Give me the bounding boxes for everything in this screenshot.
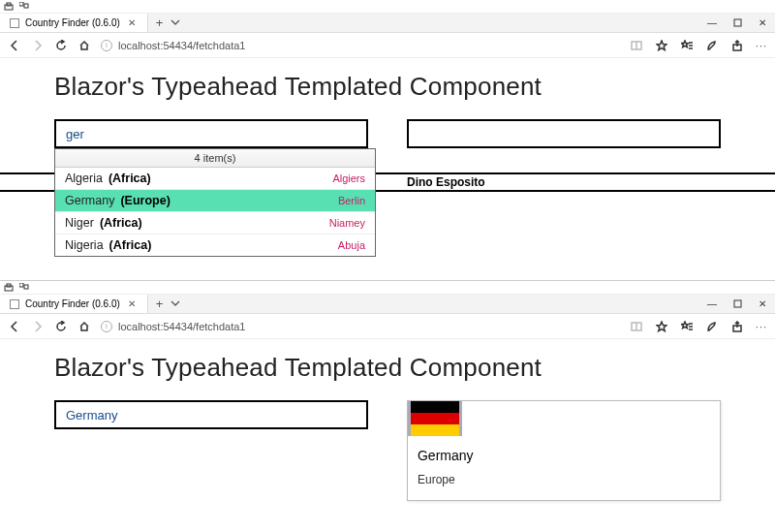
new-tab-button[interactable]: + (156, 16, 164, 30)
svg-rect-14 (24, 285, 28, 289)
window-minimize-button[interactable]: — (699, 14, 725, 32)
item-continent: (Africa) (109, 238, 152, 252)
selection-box-empty[interactable] (407, 119, 721, 148)
dropdown-item[interactable]: Algeria(Africa)Algiers (55, 168, 375, 190)
tab-close-button[interactable]: ✕ (126, 298, 138, 309)
item-capital: Niamey (329, 217, 365, 229)
svg-rect-13 (19, 283, 23, 287)
page-heading: Blazor's Typeahead Templated Component (54, 72, 721, 102)
dropdown-header: 4 item(s) (55, 149, 375, 168)
typeahead-input[interactable] (54, 400, 368, 429)
tab-bar: Country Finder (0.6.0) ✕ + — ✕ (0, 295, 775, 314)
site-info-icon[interactable]: i (101, 40, 112, 51)
favorite-star-icon[interactable] (655, 320, 668, 333)
tab-bar: Country Finder (0.6.0) ✕ + — ✕ (0, 14, 775, 33)
item-continent: (Africa) (108, 172, 151, 185)
window-maximize-button[interactable] (725, 14, 750, 32)
url-field[interactable]: i localhost:54434/fetchdata1 (101, 40, 620, 51)
print-icon[interactable] (4, 2, 14, 12)
tab-title: Country Finder (0.6.0) (25, 298, 120, 309)
os-titlebar (0, 0, 775, 14)
favorites-list-icon[interactable] (680, 39, 694, 52)
typeahead-dropdown: 4 item(s) Algeria(Africa)AlgiersGermany(… (54, 148, 376, 257)
typeahead-component (54, 400, 368, 429)
url-text: localhost:54434/fetchdata1 (118, 321, 246, 332)
page-content-bottom: Blazor's Typeahead Templated Component G… (0, 339, 775, 516)
favicon-icon (10, 299, 19, 309)
flag-germany-icon (408, 401, 462, 436)
address-bar: i localhost:54434/fetchdata1 ··· (0, 33, 775, 58)
back-button[interactable] (8, 320, 21, 333)
svg-rect-4 (734, 19, 741, 26)
svg-rect-2 (19, 2, 23, 6)
home-button[interactable] (78, 39, 91, 52)
item-capital: Abuja (338, 239, 365, 251)
address-bar: i localhost:54434/fetchdata1 ··· (0, 314, 775, 339)
page-heading: Blazor's Typeahead Templated Component (54, 353, 721, 383)
tab-overflow-icon[interactable] (170, 17, 180, 29)
refresh-button[interactable] (54, 320, 68, 333)
window-minimize-button[interactable]: — (699, 295, 725, 313)
url-field[interactable]: i localhost:54434/fetchdata1 (101, 321, 620, 332)
reading-view-icon[interactable] (630, 39, 643, 52)
card-continent: Europe (418, 473, 710, 486)
card-country-name: Germany (418, 448, 710, 463)
item-continent: (Africa) (100, 216, 142, 230)
author-name: Dino Esposito (407, 175, 485, 189)
forward-button[interactable] (31, 39, 45, 52)
home-button[interactable] (78, 320, 91, 333)
item-country: Niger (65, 216, 94, 230)
tab-overflow-icon[interactable] (170, 298, 180, 310)
browser-tab[interactable]: Country Finder (0.6.0) ✕ (0, 295, 148, 313)
window-close-button[interactable]: ✕ (750, 295, 775, 313)
more-menu-button[interactable]: ··· (756, 40, 767, 51)
dropdown-item[interactable]: Niger(Africa)Niamey (55, 212, 375, 235)
favorite-star-icon[interactable] (655, 39, 668, 52)
share-icon[interactable] (730, 39, 744, 52)
item-capital: Berlin (338, 195, 365, 206)
window-close-button[interactable]: ✕ (750, 14, 775, 32)
tab-close-button[interactable]: ✕ (126, 17, 138, 28)
typeahead-component: 4 item(s) Algeria(Africa)AlgiersGermany(… (54, 119, 368, 148)
item-country: Germany (65, 194, 114, 207)
item-country: Algeria (65, 172, 103, 185)
item-country: Nigeria (65, 238, 104, 252)
reading-view-icon[interactable] (630, 320, 643, 333)
print-icon[interactable] (4, 283, 14, 293)
refresh-button[interactable] (54, 39, 68, 52)
browser-tab[interactable]: Country Finder (0.6.0) ✕ (0, 14, 148, 32)
item-capital: Algiers (332, 172, 365, 184)
forward-button[interactable] (31, 320, 45, 333)
favicon-icon (10, 18, 19, 28)
windows-icon[interactable] (19, 2, 29, 12)
typeahead-input[interactable] (54, 119, 368, 148)
notes-icon[interactable] (705, 320, 719, 333)
svg-rect-15 (734, 300, 741, 307)
window-maximize-button[interactable] (725, 295, 750, 313)
svg-rect-3 (24, 4, 28, 8)
back-button[interactable] (8, 39, 21, 52)
url-text: localhost:54434/fetchdata1 (118, 40, 246, 51)
new-tab-button[interactable]: + (156, 297, 164, 311)
site-info-icon[interactable]: i (101, 321, 112, 332)
os-titlebar (0, 281, 775, 295)
browser-window-bottom: Country Finder (0.6.0) ✕ + — ✕ i localho… (0, 280, 775, 516)
windows-icon[interactable] (19, 283, 29, 293)
country-card: Germany Europe (407, 400, 721, 501)
notes-icon[interactable] (705, 39, 719, 52)
tab-title: Country Finder (0.6.0) (25, 17, 120, 28)
more-menu-button[interactable]: ··· (756, 321, 767, 332)
dropdown-item[interactable]: Nigeria(Africa)Abuja (55, 235, 375, 256)
item-continent: (Europe) (120, 194, 170, 207)
share-icon[interactable] (730, 320, 744, 333)
dropdown-item[interactable]: Germany(Europe)Berlin (55, 190, 375, 212)
browser-window-top: Country Finder (0.6.0) ✕ + — ✕ i localho… (0, 0, 775, 280)
favorites-list-icon[interactable] (680, 320, 694, 333)
page-content-top: Blazor's Typeahead Templated Component 4… (0, 58, 775, 164)
